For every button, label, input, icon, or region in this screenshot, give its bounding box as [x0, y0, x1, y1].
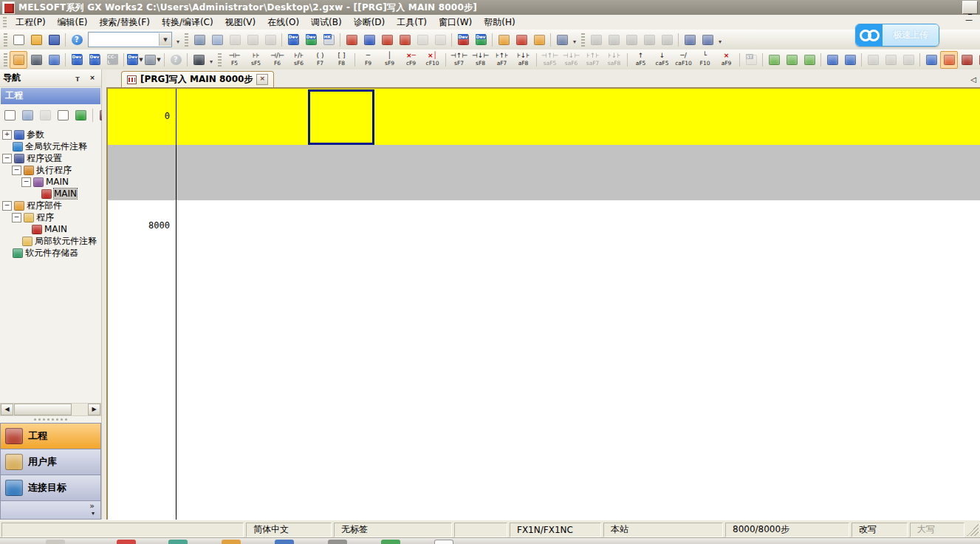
print-document-icon[interactable] [530, 31, 548, 49]
ladder-symbol-F5-button[interactable]: ⊣⊢F5 [224, 50, 245, 69]
new-data-icon[interactable] [1, 107, 18, 123]
tab-prg-write-main[interactable]: [PRG]写入 MAIN 8000步 × [121, 71, 274, 87]
menu-item-10[interactable]: 窗口(W) [433, 15, 478, 30]
tree-item-全局软元件注释[interactable]: 全局软元件注释 [2, 140, 101, 152]
toolbar-overflow-icon[interactable]: ▾ [571, 34, 579, 45]
status-resize-grip[interactable] [967, 524, 979, 536]
ladder-symbol-F10-button[interactable]: └F10 [694, 50, 716, 69]
ladder-symbol-F8-button[interactable]: [ ]F8 [331, 50, 352, 69]
toolbar-grip[interactable] [4, 53, 7, 67]
device-batch-red-icon[interactable]: Dev [454, 31, 472, 49]
toolbar-overflow-icon[interactable]: ▾ [174, 34, 182, 45]
ladder-symbol-sF7-button[interactable]: ⊣↑⊢sF7 [448, 50, 470, 69]
tree-item-执行程序[interactable]: −执行程序 [2, 164, 101, 176]
device-batch-green-icon[interactable]: Dev [472, 31, 490, 49]
menu-item-1[interactable]: 工程(P) [10, 15, 52, 30]
panel-more-button[interactable]: » ▾ [0, 500, 101, 520]
read-mode-icon[interactable] [958, 51, 976, 69]
taskbar-button[interactable] [275, 540, 294, 544]
edit-coil-icon[interactable] [801, 51, 818, 69]
tree-item-局部软元件注释[interactable]: 局部软元件注释 [2, 235, 101, 247]
ladder-row-0-highlight[interactable] [108, 89, 980, 145]
menu-item-8[interactable]: 诊断(D) [348, 15, 391, 30]
ladder-symbol-F9-button[interactable]: ─F9 [357, 50, 379, 69]
dropdown-arrow-icon[interactable]: ▼ [157, 57, 160, 63]
import-document-icon[interactable] [513, 31, 530, 49]
remote-operation-icon[interactable] [396, 31, 414, 49]
ladder-symbol-F6-button[interactable]: ⊣/⊢F6 [267, 50, 288, 69]
edit-contact-icon[interactable] [783, 51, 801, 69]
menu-item-9[interactable]: 工具(T) [391, 15, 433, 30]
tab-scroll-left-button[interactable]: ◁ [970, 75, 976, 84]
transfer-setup-icon[interactable] [553, 31, 571, 49]
toolbar-grip[interactable] [581, 33, 585, 47]
baidu-netdisk-overlay[interactable]: 极速上传 [855, 24, 939, 47]
verify-with-plc-icon[interactable] [378, 31, 396, 49]
ladder-symbol-cF9-button[interactable]: ×─cF9 [400, 50, 422, 69]
taskbar-button[interactable] [46, 540, 65, 544]
ladder-symbol-sF6-button[interactable]: ⊦/⊦sF6 [288, 50, 309, 69]
toolbar-overflow-icon[interactable]: ▾ [716, 34, 724, 45]
tree-item-参数[interactable]: +参数 [2, 129, 101, 140]
project-data-list-icon[interactable] [10, 51, 27, 69]
panel-resize-grip[interactable] [0, 416, 101, 423]
monitor-mode-icon[interactable] [976, 51, 980, 69]
ladder-symbol-aF9-button[interactable]: ×aF9 [716, 50, 737, 69]
device-find-icon[interactable]: Dev [68, 51, 86, 69]
edit-ladder-icon[interactable] [765, 51, 783, 69]
ladder-symbol-caF5-button[interactable]: ↓caF5 [651, 50, 673, 69]
taskbar-button[interactable] [168, 540, 188, 544]
save-project-icon[interactable] [45, 31, 63, 49]
device-search-icon[interactable]: ▼ [144, 51, 162, 69]
view-button-工程[interactable]: 工程 [0, 423, 101, 449]
menu-item-4[interactable]: 转换/编译(C) [156, 15, 219, 30]
menu-item-11[interactable]: 帮助(H) [478, 15, 521, 30]
entry-ladder-monitor-icon[interactable] [699, 31, 716, 49]
collapse-icon[interactable]: − [12, 213, 21, 222]
read-from-plc-icon[interactable] [360, 31, 378, 49]
menu-item-5[interactable]: 视图(V) [219, 15, 262, 30]
insert-row-icon[interactable] [823, 51, 841, 69]
minimize-button[interactable]: _ [962, 1, 978, 14]
chevron-down-icon[interactable]: ▾ [92, 511, 95, 517]
tree-item-MAIN[interactable]: MAIN [2, 188, 101, 200]
baidu-netdisk-label[interactable]: 极速上传 [883, 24, 939, 46]
pin-icon[interactable]: ┰ [72, 72, 83, 84]
open-project-icon[interactable] [27, 31, 45, 49]
taskbar-button[interactable] [222, 540, 241, 544]
cross-reference-icon[interactable] [190, 51, 208, 69]
ladder-symbol-aF5-button[interactable]: ↑aF5 [630, 50, 651, 69]
device-monitor-icon[interactable]: Dev [302, 31, 320, 49]
tab-close-icon[interactable]: × [256, 74, 268, 85]
delete-row-icon[interactable] [841, 51, 859, 69]
ladder-symbol-sF5-button[interactable]: ⊦⊦sF5 [245, 50, 267, 69]
copy-data-icon[interactable] [19, 107, 35, 123]
taskbar-button[interactable] [381, 540, 400, 544]
ladder-symbol-aF8-button[interactable]: ⊦↓⊦aF8 [513, 50, 534, 69]
expand-icon[interactable]: + [2, 130, 12, 140]
menu-item-7[interactable]: 调试(B) [305, 15, 348, 30]
scroll-right-icon[interactable]: ▶ [88, 404, 100, 415]
refresh-icon[interactable] [72, 107, 89, 123]
task-list-icon[interactable] [45, 51, 63, 69]
data-security-icon[interactable] [55, 107, 71, 123]
copy-icon[interactable] [208, 31, 226, 49]
ladder-symbol-aF7-button[interactable]: ⊦↑⊦aF7 [491, 50, 513, 69]
view-button-用户库[interactable]: 用户库 [0, 449, 101, 475]
device-display-icon[interactable]: Dev▼ [126, 51, 144, 69]
ladder-symbol-F7-button[interactable]: ( )F7 [309, 50, 331, 69]
collapse-icon[interactable]: − [2, 154, 12, 163]
cut-icon[interactable] [191, 31, 208, 49]
write-to-plc-icon[interactable] [343, 31, 360, 49]
scroll-left-icon[interactable]: ◀ [1, 404, 13, 415]
view-button-连接目标[interactable]: 连接目标 [0, 475, 101, 500]
toolbar-grip[interactable] [185, 33, 188, 47]
module-configuration-icon[interactable] [27, 51, 45, 69]
collapse-icon[interactable]: − [12, 166, 21, 175]
taskbar-button[interactable] [328, 540, 347, 544]
dropdown-arrow-icon[interactable]: ▼ [139, 57, 143, 63]
wiring-check-icon[interactable] [922, 51, 940, 69]
mdi-minimize-button[interactable]: — [964, 17, 974, 26]
menu-item-2[interactable]: 编辑(E) [52, 15, 94, 30]
ladder-monitor-window-icon[interactable] [681, 31, 699, 49]
